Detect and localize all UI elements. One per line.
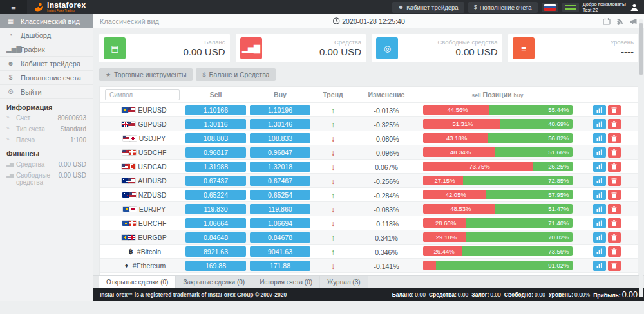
sidebar-item-classic-view[interactable]: ▦ Классический вид bbox=[0, 14, 93, 28]
sidebar-info-row: » Тип счета Standard bbox=[0, 124, 93, 134]
language-flag-icon[interactable] bbox=[562, 3, 579, 12]
open-chart-button[interactable] bbox=[593, 218, 606, 228]
buy-price-button[interactable]: 1.30146 bbox=[250, 119, 310, 129]
user-avatar-icon[interactable] bbox=[630, 3, 639, 12]
trend-arrow-icon: ↓ bbox=[331, 149, 335, 158]
buy-price-button[interactable]: 0.84678 bbox=[250, 232, 310, 243]
menu-toggle-icon[interactable]: ≡ bbox=[0, 0, 27, 14]
delete-button[interactable] bbox=[608, 162, 621, 172]
tab-account-history[interactable]: История счета (0) bbox=[252, 276, 320, 288]
buy-price-button[interactable]: 108.833 bbox=[250, 133, 310, 143]
megaphone-icon[interactable] bbox=[630, 17, 638, 25]
sell-price-button[interactable]: 8921.63 bbox=[185, 246, 246, 257]
deposit-button[interactable]: $ Пополнение счета bbox=[468, 2, 538, 13]
sidebar-item-trader-cabinet[interactable]: ☻ Кабинет трейдера bbox=[0, 57, 93, 71]
buy-price-button[interactable]: 1.10196 bbox=[250, 105, 310, 115]
open-chart-button[interactable] bbox=[593, 190, 606, 200]
delete-button[interactable] bbox=[608, 232, 621, 243]
sidebar-item-logout[interactable]: ⊙ Выйти bbox=[0, 85, 93, 99]
sell-price-button[interactable]: 108.803 bbox=[185, 133, 246, 143]
buy-price-button[interactable]: 0.96847 bbox=[250, 147, 310, 158]
tab-closed-trades[interactable]: Закрытые сделки (0) bbox=[176, 276, 252, 288]
open-chart-button[interactable] bbox=[593, 147, 606, 158]
sell-price-button[interactable]: 0.65224 bbox=[185, 190, 246, 200]
open-chart-button[interactable] bbox=[593, 162, 606, 172]
instaforex-logo[interactable]: instaforex Instant Forex Trading bbox=[27, 0, 92, 14]
sell-price-button[interactable]: 0.96817 bbox=[185, 147, 246, 158]
sell-price-button[interactable]: 1.10166 bbox=[185, 105, 246, 115]
copyright-text: InstaForex™ is a registered trademark of… bbox=[100, 291, 287, 298]
bar-chart-icon bbox=[596, 220, 603, 226]
delete-button[interactable] bbox=[608, 246, 621, 257]
positions-bar: 29.18% 70.82% bbox=[423, 232, 573, 242]
sell-price-button[interactable]: 0.67437 bbox=[185, 176, 246, 186]
sell-price-button[interactable]: 1.06664 bbox=[185, 218, 246, 228]
footer-stat: Уровень:0.00% bbox=[549, 291, 591, 298]
sell-price-button[interactable]: 119.830 bbox=[185, 204, 246, 214]
sell-price-button[interactable]: 1.30116 bbox=[185, 119, 246, 129]
buy-positions-segment: 56.82% bbox=[488, 133, 573, 143]
open-chart-button[interactable] bbox=[593, 119, 606, 129]
sidebar-item-dashboard[interactable]: ◔ Дашборд bbox=[0, 28, 93, 42]
buy-price-button[interactable]: 0.67467 bbox=[250, 176, 310, 186]
trader-cabinet-button[interactable]: ☻ Кабинет трейдера bbox=[392, 2, 464, 13]
delete-button[interactable] bbox=[608, 105, 621, 115]
symbol-search-input[interactable] bbox=[105, 89, 180, 100]
sell-positions-segment: 29.18% bbox=[423, 232, 467, 242]
symbol-label: AUDUSD bbox=[138, 177, 166, 185]
buy-price-button[interactable]: 0.65254 bbox=[250, 190, 310, 200]
sidebar-info-row: ▂▅ Средства 0.00 USD bbox=[0, 159, 93, 170]
calendar-icon[interactable] bbox=[603, 17, 611, 25]
sidebar-info-row: ▂▅ Свободные средства 0.00 USD bbox=[0, 170, 93, 188]
trash-icon bbox=[611, 149, 617, 156]
sidebar: ▦ Классический вид ◔ Дашборд ▂▅▇ График … bbox=[0, 14, 93, 301]
buy-price-button[interactable]: 9041.63 bbox=[250, 246, 310, 257]
bar-chart-icon bbox=[596, 263, 603, 268]
sell-price-button[interactable]: 1.31988 bbox=[185, 162, 246, 172]
tab-journal[interactable]: Журнал (3) bbox=[320, 276, 368, 288]
vertical-scrollbar[interactable] bbox=[639, 19, 643, 297]
open-chart-button[interactable] bbox=[593, 105, 606, 115]
symbol-label: EURCHF bbox=[138, 219, 167, 227]
change-value: -0.256% bbox=[374, 178, 399, 185]
buy-price-button[interactable]: 171.88 bbox=[250, 261, 310, 271]
open-chart-button[interactable] bbox=[593, 204, 606, 214]
buy-price-button[interactable]: 1.06694 bbox=[250, 218, 310, 228]
open-chart-button[interactable] bbox=[593, 246, 606, 257]
scrollbar-thumb[interactable] bbox=[639, 23, 643, 75]
language-russian-flag-icon[interactable] bbox=[542, 3, 558, 12]
rss-icon[interactable] bbox=[616, 17, 624, 25]
positions-bar: 42.05% 57.95% bbox=[423, 190, 573, 199]
card-value: 0.00 USD bbox=[319, 46, 361, 59]
trend-arrow-icon: ↓ bbox=[331, 219, 335, 228]
open-chart-button[interactable] bbox=[593, 133, 606, 143]
tab-open-trades[interactable]: Открытые сделки (0) bbox=[99, 276, 176, 288]
nz-flag-icon bbox=[122, 192, 129, 198]
bar-chart-icon: ▂▅▇ bbox=[6, 46, 15, 53]
trend-arrow-icon: ↑ bbox=[331, 106, 335, 115]
trading-instruments-button[interactable]: ★ Торговые инструменты bbox=[99, 68, 193, 81]
trash-icon bbox=[611, 135, 617, 142]
delete-button[interactable] bbox=[608, 133, 621, 143]
delete-button[interactable] bbox=[608, 119, 621, 129]
delete-button[interactable] bbox=[608, 190, 621, 200]
sell-price-button[interactable]: 0.84648 bbox=[185, 232, 246, 243]
summary-cards: ▤ Баланс 0.00 USD ▂▅▇ Средства 0.00 USD … bbox=[93, 28, 644, 68]
open-chart-button[interactable] bbox=[593, 176, 606, 186]
sell-price-button[interactable]: 169.88 bbox=[185, 261, 246, 271]
open-chart-button[interactable] bbox=[593, 261, 606, 271]
buy-price-button[interactable]: 1.32018 bbox=[250, 162, 310, 172]
footer-stat: Залог:0.00 bbox=[471, 291, 500, 298]
balance-funds-button[interactable]: $ Баланс и Средства bbox=[196, 68, 276, 81]
open-chart-button[interactable] bbox=[593, 232, 606, 243]
delete-button[interactable] bbox=[608, 147, 621, 158]
footer-stat: Средства:0.00 bbox=[429, 291, 468, 298]
sidebar-item-chart[interactable]: ▂▅▇ График bbox=[0, 42, 93, 57]
delete-button[interactable] bbox=[608, 218, 621, 228]
sidebar-item-deposit[interactable]: $ Пополнение счета bbox=[0, 71, 93, 85]
delete-button[interactable] bbox=[608, 176, 621, 186]
delete-button[interactable] bbox=[608, 204, 621, 214]
buy-positions-segment: 51.66% bbox=[495, 147, 573, 157]
buy-price-button[interactable]: 119.860 bbox=[250, 204, 310, 214]
delete-button[interactable] bbox=[608, 261, 621, 271]
